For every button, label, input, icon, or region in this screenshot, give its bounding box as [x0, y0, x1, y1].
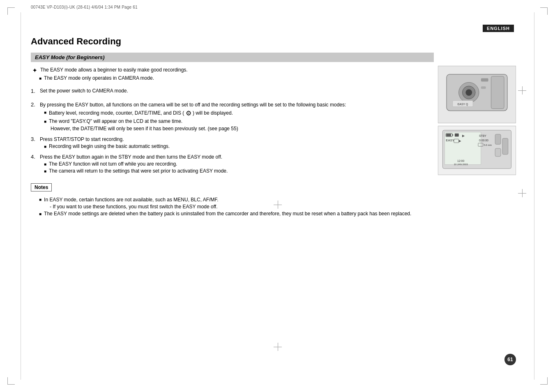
step-2-bullet-1: ■ Battery level, recording mode, counter… [40, 109, 434, 117]
left-margin-line [21, 12, 21, 380]
step-2-bullet-2: ■ The word "EASY.Q" will appear on the L… [40, 118, 434, 124]
intro-sub-bullet: ■ The EASY mode only operates in CAMERA … [31, 75, 434, 81]
step-4-text: Press the EASY button again in the STBY … [40, 154, 222, 160]
step-2-text: By pressing the EASY button, all functio… [40, 102, 346, 108]
page-title: Advanced Recording [31, 36, 434, 47]
svg-rect-6 [481, 78, 488, 82]
step-2: 2. By pressing the EASY button, all func… [31, 101, 434, 133]
square-symbol: ■ [39, 76, 41, 81]
svg-text:5.6 min: 5.6 min [484, 144, 492, 146]
corner-mark-bl [7, 377, 15, 385]
svg-text:STBY: STBY [479, 134, 486, 137]
cross-symbol: ✦ [32, 67, 37, 74]
intro-bullet: ✦ The EASY mode allows a beginner to eas… [31, 67, 434, 74]
text-content: Advanced Recording EASY Mode (for Beginn… [31, 36, 434, 217]
corner-mark-br [540, 377, 548, 385]
svg-text:EASY Q: EASY Q [458, 103, 468, 106]
step-2-content: By pressing the EASY button, all functio… [40, 101, 434, 133]
camera-display-view: ▶ STBY EASY 0:00:00 5.6 min 12:00 10 JAN… [438, 126, 516, 175]
note-1: ■ In EASY mode, certain functions are no… [31, 196, 434, 210]
step-3: 3. Press START/STOP to start recording. … [31, 136, 434, 150]
note-1-content: In EASY mode, certain functions are not … [44, 196, 219, 210]
step-3-text: Press START/STOP to start recording. [40, 136, 124, 142]
svg-rect-29 [495, 148, 501, 157]
corner-mark-tr [540, 7, 548, 15]
svg-rect-27 [495, 134, 501, 145]
step-1: 1. Set the power switch to CAMERA mode. [31, 88, 434, 94]
step-2-sub: However, the DATE/TIME will only be seen… [40, 125, 434, 131]
svg-rect-15 [446, 134, 451, 136]
right-margin-line [534, 12, 534, 380]
language-badge: ENGLISH [483, 25, 514, 32]
step-4-bullet-1: ■ The EASY function will not turn off wh… [40, 161, 434, 167]
page-number: 61 [504, 354, 516, 365]
step-2-number: 2. [31, 101, 40, 108]
svg-point-4 [465, 89, 472, 96]
svg-text:10 JAN 2003: 10 JAN 2003 [454, 163, 468, 166]
camera-top-view: EASY Q [438, 66, 516, 123]
camera-image-area: EASY Q ▶ STBY EAS [438, 66, 524, 175]
svg-rect-14 [452, 134, 453, 136]
step-1-text: Set the power switch to CAMERA mode. [40, 88, 434, 94]
notes-label: Notes [31, 183, 52, 191]
section-heading: EASY Mode (for Beginners) [31, 53, 434, 62]
svg-text:12:00: 12:00 [457, 159, 464, 162]
svg-rect-28 [502, 138, 508, 154]
intro-text: The EASY mode allows a beginner to easil… [40, 67, 188, 73]
step-1-number: 1. [31, 88, 40, 94]
step-3-content: Press START/STOP to start recording. ■ R… [40, 136, 434, 150]
main-content: Advanced Recording EASY Mode (for Beginn… [31, 33, 524, 218]
step-4: 4. Press the EASY button again in the ST… [31, 154, 434, 175]
step-3-bullet-1: ■ Recording will begin using the basic a… [40, 143, 434, 149]
page: 00743E VP-D103(i)-UK (28-61) 4/6/04 1:34… [0, 0, 555, 392]
crosshair-bottom [274, 343, 282, 351]
step-4-bullet-2: ■ The camera will return to the settings… [40, 168, 434, 174]
svg-text:▶: ▶ [462, 134, 465, 138]
doc-reference: 00743E VP-D103(i)-UK (28-61) 4/6/04 1:34… [31, 5, 138, 9]
step-3-number: 3. [31, 136, 40, 142]
svg-text:EASY: EASY [446, 138, 455, 142]
note-2: ■ The EASY mode settings are deleted whe… [31, 211, 434, 217]
note-1-sub: - If you want to use these functions, yo… [44, 203, 219, 210]
svg-rect-16 [455, 134, 459, 137]
svg-rect-7 [481, 86, 486, 89]
svg-rect-5 [491, 76, 504, 109]
svg-text:0:00:00: 0:00:00 [479, 139, 488, 142]
step-4-number: 4. [31, 154, 40, 160]
step-4-content: Press the EASY button again in the STBY … [40, 154, 434, 175]
corner-mark-tl [7, 7, 15, 15]
